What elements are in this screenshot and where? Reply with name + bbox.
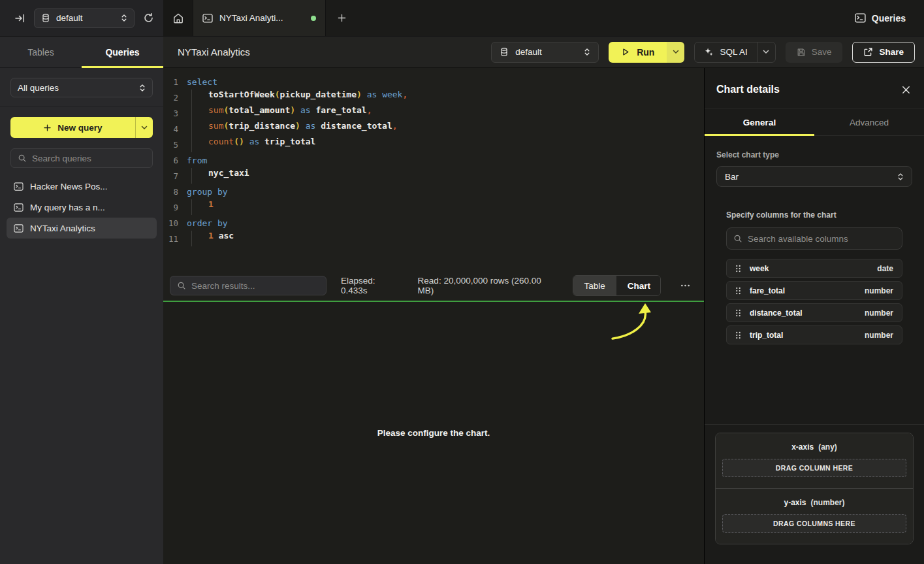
drag-handle-icon[interactable] (735, 309, 741, 317)
new-query-label: New query (57, 123, 102, 133)
view-toggle: Table Chart (573, 275, 661, 296)
line-number: 9 (163, 203, 187, 212)
terminal-icon (202, 14, 213, 23)
indent-guide (191, 121, 208, 137)
axes-section: x-axis (any) DRAG COLUMN HERE y-axis (nu… (705, 424, 924, 564)
line-number: 8 (163, 187, 187, 197)
indent-guide (191, 137, 208, 152)
new-query-button[interactable]: New query (10, 117, 153, 138)
query-filter-select[interactable]: All queries (10, 78, 153, 97)
columns-search[interactable] (726, 227, 902, 250)
code-line: 91 (163, 199, 704, 215)
sql-ai-dropdown[interactable] (757, 42, 775, 62)
column-row[interactable]: fare_totalnumber (726, 281, 902, 300)
x-axis-label: x-axis (791, 442, 814, 452)
queries-button[interactable]: Queries (855, 0, 924, 36)
query-header: NYTaxi Analytics default Ru (163, 37, 924, 68)
chart-type-label: Select chart type (716, 150, 912, 159)
terminal-icon (14, 182, 24, 191)
refresh-icon[interactable] (143, 12, 154, 24)
sidebar-tabs: Tables Queries (0, 37, 163, 68)
chevron-updown-icon (121, 14, 127, 22)
sql-ai-button[interactable]: SQL AI (694, 42, 775, 63)
code-line: 6from (163, 152, 704, 168)
collapse-sidebar-icon[interactable] (14, 13, 25, 24)
tab-tables[interactable]: Tables (0, 37, 82, 67)
query-search-input[interactable] (32, 154, 146, 163)
database-icon (500, 47, 509, 57)
indent-guide (191, 90, 208, 105)
table-view-button[interactable]: Table (573, 276, 616, 295)
query-list-item-label: My query has a n... (30, 203, 105, 212)
drag-handle-icon[interactable] (735, 265, 741, 273)
columns-label: Specify columns for the chart (726, 210, 902, 220)
column-row[interactable]: trip_totalnumber (726, 325, 902, 344)
column-type: number (865, 331, 893, 340)
share-button[interactable]: Share (852, 42, 915, 63)
plus-icon (337, 13, 347, 23)
more-options-icon[interactable] (675, 284, 695, 287)
column-name: distance_total (750, 308, 803, 318)
chart-area: Please configure the chart. (163, 302, 704, 564)
line-number: 3 (163, 108, 187, 118)
search-icon (177, 281, 186, 290)
line-number: 10 (163, 218, 187, 228)
sql-editor[interactable]: 1select2toStartOfWeek(pickup_datetime) a… (163, 68, 704, 271)
column-type: number (865, 308, 893, 318)
query-search[interactable] (10, 148, 153, 168)
column-row[interactable]: weekdate (726, 259, 902, 278)
drag-handle-icon[interactable] (735, 331, 741, 339)
indent-guide (191, 168, 208, 184)
sql-ai-label: SQL AI (720, 47, 747, 57)
results-search-input[interactable] (191, 281, 319, 291)
home-icon (172, 12, 184, 24)
save-button[interactable]: Save (786, 42, 843, 63)
run-button[interactable]: Run (609, 42, 684, 63)
line-number: 1 (163, 77, 187, 87)
rows-read: Read: 20,000,000 rows (260.00 MB) (418, 276, 558, 295)
column-name: fare_total (750, 286, 785, 295)
new-query-dropdown[interactable] (135, 117, 153, 138)
chevron-updown-icon (584, 48, 590, 56)
query-list-item-label: Hacker News Pos... (30, 182, 108, 191)
tab-strip: NYTaxi Analyti... Queries (163, 0, 924, 37)
y-axis-dropzone[interactable]: DRAG COLUMNS HERE (722, 514, 906, 533)
share-label: Share (879, 47, 904, 57)
chevron-down-icon (141, 125, 148, 130)
database-selector[interactable]: default (34, 8, 135, 28)
tab-queries[interactable]: Queries (82, 37, 163, 67)
sparkles-icon (704, 47, 714, 57)
run-database-selector[interactable]: default (491, 42, 599, 63)
query-list-item[interactable]: NYTaxi Analytics (7, 218, 157, 239)
chart-type-value: Bar (725, 172, 739, 182)
home-tab[interactable] (163, 0, 193, 36)
line-number: 11 (163, 234, 187, 244)
chevron-down-icon (673, 50, 679, 54)
query-list-item[interactable]: My query has a n... (7, 197, 157, 218)
tab-advanced[interactable]: Advanced (814, 109, 924, 135)
tab-nytaxi-analytics[interactable]: NYTaxi Analyti... (193, 0, 326, 36)
query-list-item-label: NYTaxi Analytics (30, 224, 95, 233)
column-type: number (865, 286, 893, 295)
plus-icon (43, 124, 52, 132)
tab-label: NYTaxi Analyti... (219, 13, 283, 23)
query-list: Hacker News Pos...My query has a n...NYT… (0, 176, 163, 239)
columns-search-input[interactable] (748, 234, 895, 244)
app-window: default NYTaxi Analyti... (0, 0, 924, 564)
results-toolbar: Elapsed: 0.433s Read: 20,000,000 rows (2… (163, 271, 704, 301)
results-search[interactable] (170, 276, 327, 295)
chart-type-select[interactable]: Bar (716, 166, 912, 187)
column-name: trip_total (750, 331, 783, 340)
query-list-item[interactable]: Hacker News Pos... (7, 176, 157, 197)
chart-view-button[interactable]: Chart (616, 276, 661, 295)
run-options-dropdown[interactable] (667, 42, 684, 63)
column-row[interactable]: distance_totalnumber (726, 303, 902, 322)
close-icon[interactable] (901, 85, 911, 95)
code-line: 7nyc_taxi (163, 168, 704, 184)
tab-general[interactable]: General (705, 109, 814, 135)
drag-handle-icon[interactable] (735, 287, 741, 295)
new-tab-button[interactable] (326, 0, 357, 36)
x-axis-dropzone[interactable]: DRAG COLUMN HERE (722, 459, 906, 477)
database-icon (41, 13, 50, 23)
chevron-updown-icon (897, 173, 904, 181)
